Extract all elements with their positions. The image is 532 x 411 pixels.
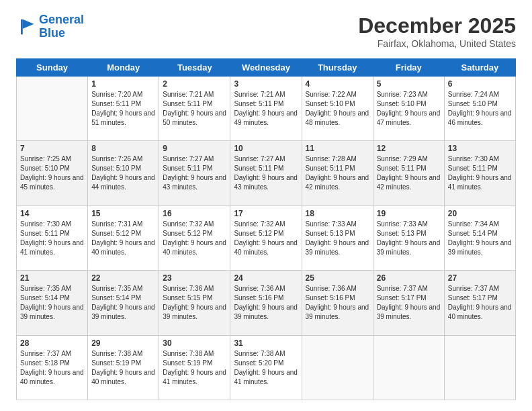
header: General Blue December 2025 Fairfax, Okla… — [16, 13, 516, 49]
calendar-cell: 11Sunrise: 7:28 AMSunset: 5:11 PMDayligh… — [302, 141, 373, 205]
calendar-cell: 2Sunrise: 7:21 AMSunset: 5:11 PMDaylight… — [159, 77, 230, 141]
day-number: 4 — [306, 79, 369, 89]
calendar-cell — [17, 77, 88, 141]
logo-line1: General — [39, 13, 84, 26]
cell-details: Sunrise: 7:22 AMSunset: 5:10 PMDaylight:… — [306, 90, 369, 128]
cell-details: Sunrise: 7:33 AMSunset: 5:13 PMDaylight:… — [377, 220, 441, 257]
cell-details: Sunrise: 7:38 AMSunset: 5:19 PMDaylight:… — [91, 349, 155, 387]
calendar-header-row: SundayMondayTuesdayWednesdayThursdayFrid… — [17, 59, 516, 77]
svg-marker-0 — [23, 19, 34, 29]
cell-details: Sunrise: 7:30 AMSunset: 5:11 PMDaylight:… — [448, 154, 512, 192]
day-number: 14 — [20, 209, 84, 218]
cell-details: Sunrise: 7:33 AMSunset: 5:13 PMDaylight:… — [306, 220, 369, 257]
day-number: 29 — [91, 338, 155, 348]
cell-details: Sunrise: 7:27 AMSunset: 5:11 PMDaylight:… — [163, 154, 226, 192]
day-number: 6 — [448, 79, 512, 89]
day-number: 16 — [163, 209, 226, 218]
calendar-cell: 25Sunrise: 7:36 AMSunset: 5:16 PMDayligh… — [302, 271, 373, 335]
cell-details: Sunrise: 7:25 AMSunset: 5:10 PMDaylight:… — [20, 154, 84, 192]
day-number: 12 — [377, 144, 441, 153]
calendar-cell: 6Sunrise: 7:24 AMSunset: 5:10 PMDaylight… — [444, 77, 515, 141]
cell-details: Sunrise: 7:30 AMSunset: 5:11 PMDaylight:… — [20, 220, 84, 257]
calendar-cell: 30Sunrise: 7:38 AMSunset: 5:19 PMDayligh… — [159, 335, 230, 400]
day-number: 31 — [234, 338, 298, 348]
calendar-cell: 4Sunrise: 7:22 AMSunset: 5:10 PMDaylight… — [302, 77, 373, 141]
cell-details: Sunrise: 7:32 AMSunset: 5:12 PMDaylight:… — [163, 220, 226, 257]
calendar-week-row: 1Sunrise: 7:20 AMSunset: 5:11 PMDaylight… — [17, 77, 516, 141]
calendar-cell — [444, 335, 515, 400]
day-number: 20 — [448, 209, 512, 218]
calendar-day-header: Thursday — [302, 59, 373, 77]
cell-details: Sunrise: 7:29 AMSunset: 5:11 PMDaylight:… — [377, 154, 441, 192]
calendar-cell: 3Sunrise: 7:21 AMSunset: 5:11 PMDaylight… — [230, 77, 302, 141]
cell-details: Sunrise: 7:28 AMSunset: 5:11 PMDaylight:… — [306, 154, 369, 192]
day-number: 17 — [234, 209, 298, 218]
cell-details: Sunrise: 7:31 AMSunset: 5:12 PMDaylight:… — [91, 220, 155, 257]
calendar-cell: 18Sunrise: 7:33 AMSunset: 5:13 PMDayligh… — [302, 205, 373, 270]
cell-details: Sunrise: 7:26 AMSunset: 5:10 PMDaylight:… — [91, 154, 155, 192]
day-number: 7 — [20, 144, 84, 153]
cell-details: Sunrise: 7:38 AMSunset: 5:20 PMDaylight:… — [234, 349, 298, 387]
cell-details: Sunrise: 7:24 AMSunset: 5:10 PMDaylight:… — [448, 90, 512, 128]
cell-details: Sunrise: 7:37 AMSunset: 5:17 PMDaylight:… — [377, 284, 441, 322]
calendar-cell: 29Sunrise: 7:38 AMSunset: 5:19 PMDayligh… — [88, 335, 159, 400]
day-number: 5 — [377, 79, 441, 89]
day-number: 15 — [91, 209, 155, 218]
svg-rect-1 — [21, 19, 23, 34]
month-title: December 2025 — [358, 13, 516, 38]
calendar-week-row: 28Sunrise: 7:37 AMSunset: 5:18 PMDayligh… — [17, 335, 516, 400]
day-number: 18 — [306, 209, 369, 218]
cell-details: Sunrise: 7:36 AMSunset: 5:16 PMDaylight:… — [306, 284, 369, 322]
calendar-cell: 27Sunrise: 7:37 AMSunset: 5:17 PMDayligh… — [444, 271, 515, 335]
calendar-cell: 1Sunrise: 7:20 AMSunset: 5:11 PMDaylight… — [88, 77, 159, 141]
cell-details: Sunrise: 7:35 AMSunset: 5:14 PMDaylight:… — [91, 284, 155, 322]
day-number: 24 — [234, 273, 298, 283]
logo-icon — [16, 17, 35, 36]
day-number: 21 — [20, 273, 84, 283]
calendar-week-row: 7Sunrise: 7:25 AMSunset: 5:10 PMDaylight… — [17, 141, 516, 205]
cell-details: Sunrise: 7:36 AMSunset: 5:16 PMDaylight:… — [234, 284, 298, 322]
calendar-cell: 9Sunrise: 7:27 AMSunset: 5:11 PMDaylight… — [159, 141, 230, 205]
cell-details: Sunrise: 7:37 AMSunset: 5:18 PMDaylight:… — [20, 349, 84, 387]
calendar-day-header: Monday — [88, 59, 159, 77]
cell-details: Sunrise: 7:20 AMSunset: 5:11 PMDaylight:… — [91, 90, 155, 128]
calendar-cell: 13Sunrise: 7:30 AMSunset: 5:11 PMDayligh… — [444, 141, 515, 205]
cell-details: Sunrise: 7:35 AMSunset: 5:14 PMDaylight:… — [20, 284, 84, 322]
day-number: 3 — [234, 79, 298, 89]
calendar-cell: 22Sunrise: 7:35 AMSunset: 5:14 PMDayligh… — [88, 271, 159, 335]
calendar-cell — [373, 335, 444, 400]
calendar-cell: 26Sunrise: 7:37 AMSunset: 5:17 PMDayligh… — [373, 271, 444, 335]
day-number: 27 — [448, 273, 512, 283]
calendar-cell: 16Sunrise: 7:32 AMSunset: 5:12 PMDayligh… — [159, 205, 230, 270]
cell-details: Sunrise: 7:38 AMSunset: 5:19 PMDaylight:… — [163, 349, 226, 387]
calendar-day-header: Tuesday — [159, 59, 230, 77]
title-block: December 2025 Fairfax, Oklahoma, United … — [358, 13, 516, 49]
calendar: SundayMondayTuesdayWednesdayThursdayFrid… — [16, 58, 516, 400]
day-number: 23 — [163, 273, 226, 283]
cell-details: Sunrise: 7:27 AMSunset: 5:11 PMDaylight:… — [234, 154, 298, 192]
calendar-cell: 31Sunrise: 7:38 AMSunset: 5:20 PMDayligh… — [230, 335, 302, 400]
day-number: 30 — [163, 338, 226, 348]
calendar-cell: 20Sunrise: 7:34 AMSunset: 5:14 PMDayligh… — [444, 205, 515, 270]
day-number: 13 — [448, 144, 512, 153]
logo-text: General Blue — [39, 13, 84, 40]
page: General Blue December 2025 Fairfax, Okla… — [0, 0, 532, 411]
day-number: 22 — [91, 273, 155, 283]
calendar-cell — [302, 335, 373, 400]
calendar-cell: 15Sunrise: 7:31 AMSunset: 5:12 PMDayligh… — [88, 205, 159, 270]
calendar-cell: 5Sunrise: 7:23 AMSunset: 5:10 PMDaylight… — [373, 77, 444, 141]
day-number: 19 — [377, 209, 441, 218]
cell-details: Sunrise: 7:32 AMSunset: 5:12 PMDaylight:… — [234, 220, 298, 257]
calendar-day-header: Wednesday — [230, 59, 302, 77]
calendar-week-row: 14Sunrise: 7:30 AMSunset: 5:11 PMDayligh… — [17, 205, 516, 270]
calendar-day-header: Friday — [373, 59, 444, 77]
calendar-cell: 8Sunrise: 7:26 AMSunset: 5:10 PMDaylight… — [88, 141, 159, 205]
day-number: 25 — [306, 273, 369, 283]
calendar-cell: 24Sunrise: 7:36 AMSunset: 5:16 PMDayligh… — [230, 271, 302, 335]
calendar-cell: 17Sunrise: 7:32 AMSunset: 5:12 PMDayligh… — [230, 205, 302, 270]
cell-details: Sunrise: 7:36 AMSunset: 5:15 PMDaylight:… — [163, 284, 226, 322]
day-number: 11 — [306, 144, 369, 153]
logo: General Blue — [16, 13, 84, 40]
cell-details: Sunrise: 7:34 AMSunset: 5:14 PMDaylight:… — [448, 220, 512, 257]
calendar-cell: 28Sunrise: 7:37 AMSunset: 5:18 PMDayligh… — [17, 335, 88, 400]
